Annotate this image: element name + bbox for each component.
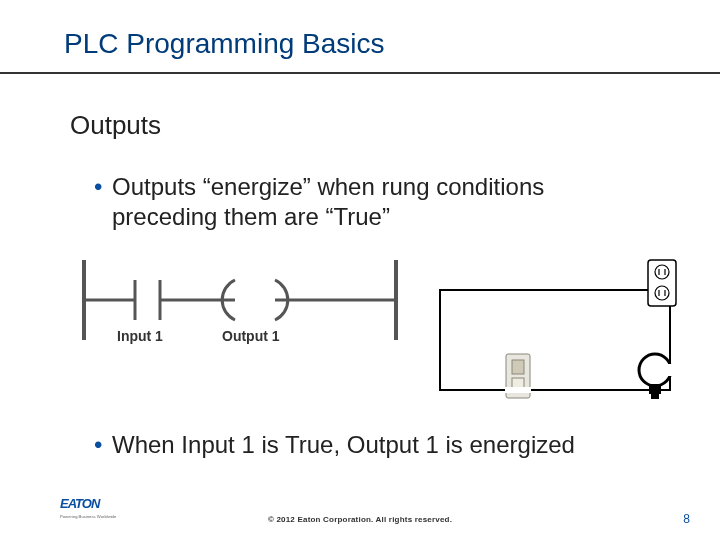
ladder-diagram (80, 260, 400, 360)
outlet-icon (648, 260, 676, 306)
bullet-dot-icon: • (94, 430, 102, 460)
circuit-diagram (430, 260, 690, 420)
bullet-dot-icon: • (94, 172, 102, 202)
bullet-2: • When Input 1 is True, Output 1 is ener… (112, 430, 672, 460)
svg-rect-16 (512, 360, 524, 374)
brand-text: EATON (60, 496, 101, 511)
ladder-output-label: Output 1 (222, 328, 280, 344)
bullet-1-text: Outputs “energize” when rung conditions … (112, 173, 544, 230)
svg-rect-22 (666, 364, 674, 376)
svg-rect-7 (440, 290, 670, 390)
copyright-text: © 2012 Eaton Corporation. All rights res… (0, 515, 720, 524)
bullet-1: • Outputs “energize” when rung condition… (112, 172, 632, 232)
page-number: 8 (683, 512, 690, 526)
slide: PLC Programming Basics Outputs • Outputs… (0, 0, 720, 540)
lightbulb-icon (639, 354, 674, 399)
switch-icon (505, 354, 531, 398)
svg-rect-8 (648, 260, 676, 306)
slide-subtitle: Outputs (70, 110, 161, 141)
svg-rect-20 (649, 384, 661, 394)
ladder-input-label: Input 1 (117, 328, 163, 344)
svg-rect-18 (505, 387, 531, 393)
svg-rect-21 (651, 394, 659, 399)
slide-title: PLC Programming Basics (64, 28, 385, 60)
title-divider (0, 72, 720, 74)
bullet-2-text: When Input 1 is True, Output 1 is energi… (112, 431, 575, 458)
